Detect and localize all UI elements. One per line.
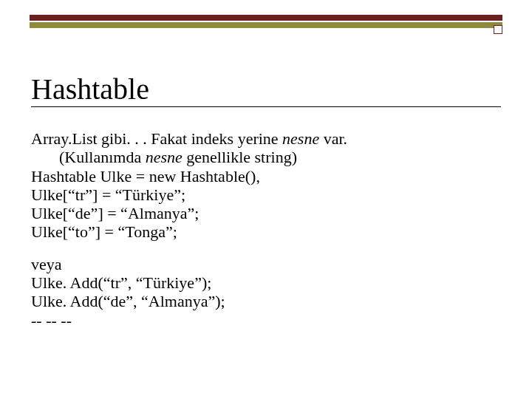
- body-line-10: -- -- --: [31, 311, 501, 330]
- body-line-1: Array.List gibi. . . Fakat indeks yerine…: [31, 129, 501, 148]
- emph-nesne: nesne: [282, 129, 319, 148]
- body-line-8: Ulke. Add(“tr”, “Türkiye”);: [31, 273, 501, 292]
- body-line-5: Ulke[“de”] = “Almanya”;: [31, 204, 501, 222]
- emph-nesne: nesne: [146, 148, 183, 166]
- decorative-bars: [30, 15, 502, 33]
- slide-body: Array.List gibi. . . Fakat indeks yerine…: [31, 129, 501, 330]
- decorative-square-icon: [494, 25, 502, 34]
- body-line-3: Hashtable Ulke = new Hashtable(),: [31, 167, 501, 185]
- text-span: (Kullanımda: [59, 148, 146, 166]
- body-line-9: Ulke. Add(“de”, “Almanya”);: [31, 292, 501, 310]
- text-span: genellikle string): [183, 148, 297, 166]
- text-span: Array.List gibi. . . Fakat indeks yerine: [31, 129, 282, 148]
- text-span: var.: [319, 129, 347, 148]
- body-line-7: veya: [31, 255, 501, 273]
- body-line-4: Ulke[“tr”] = “Türkiye”;: [31, 185, 501, 204]
- body-line-6: Ulke[“to”] = “Tonga”;: [31, 222, 501, 241]
- bar-maroon: [30, 15, 502, 21]
- slide-title: Hashtable: [31, 74, 501, 107]
- spacer: [31, 242, 501, 255]
- slide: Hashtable Array.List gibi. . . Fakat ind…: [0, 0, 532, 399]
- body-line-2: (Kullanımda nesne genellikle string): [31, 148, 501, 166]
- bar-olive: [30, 22, 502, 28]
